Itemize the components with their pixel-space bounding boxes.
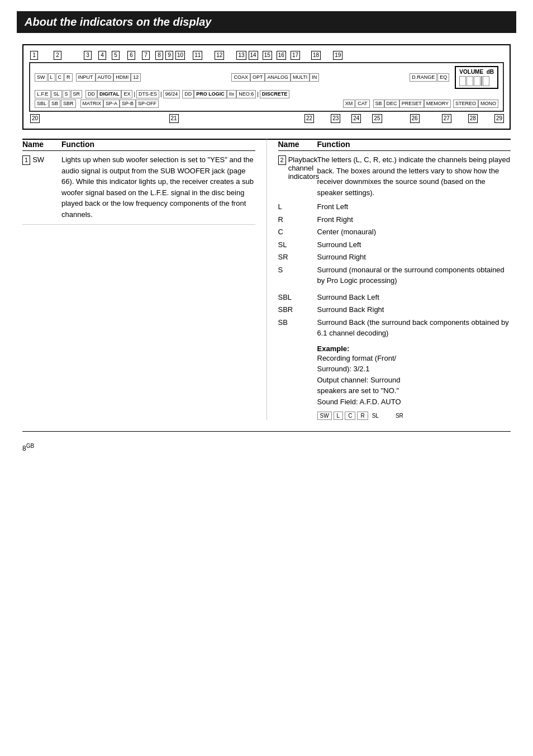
- left-header-func: Function: [61, 140, 94, 149]
- num-label-12: 12: [215, 51, 224, 60]
- channel-func-sr: Surround Right: [317, 252, 366, 263]
- disp-sr: SR: [71, 90, 83, 98]
- disp-ex: EX: [121, 90, 132, 98]
- example-block: Example: Recording format (Front/ Surrou…: [317, 344, 511, 420]
- item-num-sw: 1: [22, 155, 30, 165]
- channel-name-sl: SL: [278, 239, 317, 251]
- disp-prologic: PRO LOGIC: [194, 90, 227, 98]
- num-label-20: 20: [30, 114, 40, 123]
- numbers-bottom-row: 20 21 22 23 24 25 26 27 28 29: [29, 114, 504, 123]
- disp-sl: SL: [51, 90, 62, 98]
- num-label-23: 23: [331, 114, 340, 123]
- channel-func-l: Front Left: [317, 201, 349, 212]
- disp-iix: IIx: [227, 90, 237, 98]
- channel-row-sr: SR Surround Right: [278, 252, 511, 263]
- disp-mono: MONO: [478, 100, 498, 108]
- channel-row-l: L Front Left: [278, 201, 511, 212]
- disp-sbr: SBR: [61, 100, 76, 108]
- disp-eq: EQ: [437, 73, 449, 82]
- disp-hdmi: HDMI: [113, 73, 131, 82]
- num-label-26: 26: [410, 114, 420, 123]
- num-label-28: 28: [468, 114, 478, 123]
- page-superscript: GB: [26, 443, 34, 449]
- table-section: Name Function 1 SW Lights up when sub wo…: [22, 139, 511, 420]
- disp-s: S: [63, 90, 70, 98]
- left-col-headers: Name Function: [22, 140, 255, 151]
- channel-row-sb: SB Surround Back (the surround back comp…: [278, 317, 511, 339]
- right-column: Name Function 2 Playback channel indicat…: [267, 139, 511, 420]
- ex-disp-c: C: [345, 412, 355, 420]
- num-label-4: 4: [98, 51, 106, 60]
- table-row-sw: 1 SW Lights up when sub woofer selection…: [22, 154, 255, 225]
- disp-c: C: [56, 73, 64, 82]
- channel-func-c: Center (monaural): [317, 226, 377, 238]
- page-footer: 8GB: [22, 443, 511, 452]
- playback-name-3: indicators: [288, 172, 320, 181]
- example-lines: Recording format (Front/ Surround): 3/2.…: [317, 353, 511, 408]
- num-label-15: 15: [263, 51, 272, 60]
- channel-func-sbr: Surround Back Right: [317, 304, 384, 315]
- disp-sw: SW: [35, 73, 47, 82]
- display-row-1: SW L C R INPUT AUTO HDMI 12 COAX OPT: [35, 66, 498, 89]
- ex-disp-sl-label: SL: [372, 413, 379, 419]
- channel-func-r: Front Right: [317, 214, 353, 225]
- page: About the indicators on the display 1 2 …: [0, 0, 533, 756]
- ex-sl-sr-group: SL SR: [370, 413, 406, 419]
- channel-func-sbl: Surround Back Left: [317, 292, 379, 303]
- num-label-27: 27: [442, 114, 451, 123]
- playback-func: The letters (L, C, R, etc.) indicate the…: [317, 154, 511, 198]
- channel-name-sb: SB: [278, 317, 317, 339]
- disp-spoff: SP-OFF: [136, 100, 159, 108]
- disp-12: 12: [131, 73, 141, 82]
- section-title: About the indicators on the display: [17, 11, 516, 33]
- right-header-name: Name: [278, 140, 317, 149]
- num-label-11: 11: [193, 51, 202, 60]
- channel-list: L Front Left R Front Right C Center (mon…: [278, 201, 511, 420]
- num-label-17: 17: [291, 51, 300, 60]
- display-panel: SW L C R INPUT AUTO HDMI 12 COAX OPT: [29, 62, 504, 112]
- num-label-5: 5: [112, 51, 120, 60]
- playback-name-2: channel: [288, 164, 320, 172]
- channel-name-sr: SR: [278, 252, 317, 263]
- channel-row-r: R Front Right: [278, 214, 511, 225]
- disp-l: L: [48, 73, 55, 82]
- disp-in: IN: [310, 73, 319, 82]
- disp-sb2: SB: [373, 100, 384, 108]
- num-label-21: 21: [169, 114, 179, 123]
- num-label-25: 25: [372, 114, 382, 123]
- num-label-16: 16: [277, 51, 286, 60]
- disp-xm: XM: [343, 100, 355, 108]
- example-mini-display: SW L C R SL SR: [317, 412, 511, 420]
- bottom-rule: [22, 431, 511, 432]
- disp-spa: SP-A: [103, 100, 120, 108]
- disp-multi: MULTI: [291, 73, 310, 82]
- disp-coax: COAX: [231, 73, 250, 82]
- disp-matrix: MATRIX: [80, 100, 103, 108]
- channel-name-c: C: [278, 226, 317, 238]
- num-label-19: 19: [333, 51, 342, 60]
- disp-sbl: SBL: [35, 100, 49, 108]
- disp-input: INPUT: [76, 73, 96, 82]
- channel-row-s: S Surround (monaural or the surround com…: [278, 264, 511, 286]
- ex-disp-r: R: [357, 412, 368, 420]
- disp-cat: CAT: [355, 100, 369, 108]
- disp-dd2: DD: [182, 90, 194, 98]
- disp-auto: AUTO: [96, 73, 114, 82]
- num-label-14: 14: [249, 51, 258, 60]
- item-func-sw: Lights up when sub woofer selection is s…: [61, 154, 255, 220]
- channel-row-sbr: SBR Surround Back Right: [278, 304, 511, 315]
- channel-name-sbl: SBL: [278, 292, 317, 303]
- disp-analog: ANALOG: [265, 73, 291, 82]
- disp-opt: OPT: [250, 73, 265, 82]
- playback-row: 2 Playback channel indicators The letter…: [278, 154, 511, 198]
- num-label-6: 6: [127, 51, 135, 60]
- disp-spb: SP-B: [120, 100, 136, 108]
- num-label-1: 1: [30, 51, 38, 60]
- disp-dec: DEC: [384, 100, 399, 108]
- display-row-3: SBL SB SBR MATRIX SP-A SP-B SP-OFF XM CA…: [35, 100, 498, 108]
- disp-stereo: STEREO: [453, 100, 478, 108]
- channel-row-c: C Center (monaural): [278, 226, 511, 238]
- ex-disp-l: L: [334, 412, 344, 420]
- numbers-top-row: 1 2 3 4 5 6 7 8 9 10 11 12 13 14 15 16 1…: [29, 51, 504, 60]
- right-col-headers: Name Function: [278, 140, 511, 151]
